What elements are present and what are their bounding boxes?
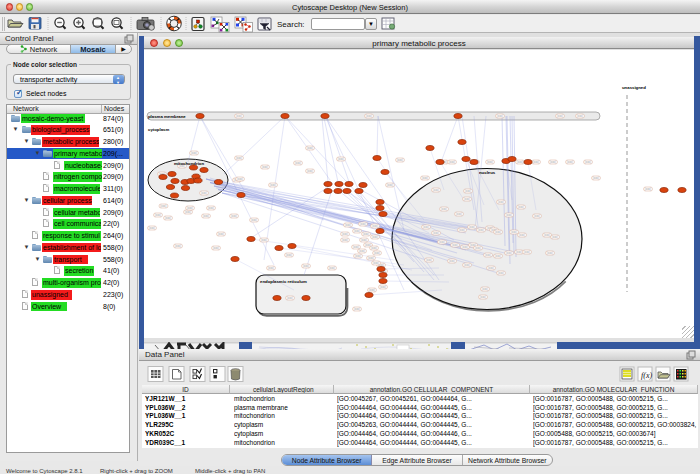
svg-text:(xxx): (xxx) — [452, 243, 458, 247]
svg-text:(xxx): (xxx) — [433, 231, 439, 235]
svg-text:(xxx): (xxx) — [262, 165, 268, 169]
svg-text:(xxx): (xxx) — [236, 156, 242, 160]
svg-text:(xxx): (xxx) — [544, 233, 550, 237]
svg-text:(xxx): (xxx) — [307, 146, 313, 150]
svg-text:(xxx): (xxx) — [261, 238, 267, 242]
svg-text:(xxx): (xxx) — [567, 160, 573, 164]
svg-text:(xxx): (xxx) — [345, 223, 351, 227]
svg-text:(xxx): (xxx) — [374, 251, 380, 255]
svg-text:(xxx): (xxx) — [185, 210, 191, 214]
svg-text:(xxx): (xxx) — [485, 253, 491, 257]
svg-text:(xxx): (xxx) — [422, 176, 428, 180]
svg-text:(xxx): (xxx) — [373, 261, 379, 265]
svg-text:(xxx): (xxx) — [359, 249, 365, 253]
svg-text:nucleus: nucleus — [479, 170, 496, 175]
svg-text:(xxx): (xxx) — [449, 160, 455, 164]
svg-text:(xxx): (xxx) — [456, 212, 462, 216]
svg-text:(xxx): (xxx) — [497, 114, 503, 118]
svg-text:(xxx): (xxx) — [208, 206, 214, 210]
svg-text:(xxx): (xxx) — [533, 160, 539, 164]
svg-text:(xxx): (xxx) — [360, 222, 366, 226]
svg-text:(xxx): (xxx) — [355, 254, 361, 258]
svg-text:(xxx): (xxx) — [465, 189, 471, 193]
svg-text:(xxx): (xxx) — [295, 161, 301, 165]
svg-text:(xxx): (xxx) — [237, 177, 243, 181]
svg-text:(xxx): (xxx) — [506, 251, 512, 255]
svg-text:(xxx): (xxx) — [518, 205, 524, 209]
svg-text:(xxx): (xxx) — [251, 218, 257, 222]
svg-text:(xxx): (xxx) — [342, 238, 348, 242]
svg-text:(xxx): (xxx) — [462, 245, 468, 249]
svg-text:(xxx): (xxx) — [387, 183, 393, 187]
svg-text:(xxx): (xxx) — [342, 232, 348, 236]
svg-text:(xxx): (xxx) — [397, 158, 403, 162]
svg-text:(xxx): (xxx) — [426, 258, 432, 262]
svg-text:(xxx): (xxx) — [338, 157, 344, 161]
svg-text:(xxx): (xxx) — [439, 240, 445, 244]
svg-text:(xxx): (xxx) — [464, 197, 470, 201]
svg-text:(xxx): (xxx) — [480, 295, 486, 299]
svg-text:(xxx): (xxx) — [213, 246, 219, 250]
svg-text:(xxx): (xxx) — [495, 230, 501, 234]
svg-text:(xxx): (xxx) — [423, 225, 429, 229]
svg-text:(xxx): (xxx) — [475, 246, 481, 250]
svg-text:(xxx): (xxx) — [175, 244, 181, 248]
svg-text:(xxx): (xxx) — [372, 235, 378, 239]
svg-text:(xxx): (xxx) — [363, 232, 369, 236]
svg-text:(xxx): (xxx) — [372, 224, 378, 228]
svg-text:(xxx): (xxx) — [366, 114, 372, 118]
svg-text:(xxx): (xxx) — [449, 259, 455, 263]
svg-text:(xxx): (xxx) — [498, 200, 504, 204]
svg-text:cytoplasm: cytoplasm — [148, 127, 169, 132]
svg-text:(xxx): (xxx) — [307, 169, 313, 173]
svg-text:(xxx): (xxx) — [371, 246, 377, 250]
svg-text:(xxx): (xxx) — [380, 285, 386, 289]
svg-text:(xxx): (xxx) — [236, 114, 242, 118]
svg-text:(xxx): (xxx) — [286, 253, 292, 257]
svg-text:(xxx): (xxx) — [329, 266, 335, 270]
svg-text:(xxx): (xxx) — [464, 263, 470, 267]
svg-text:(xxx): (xxx) — [506, 213, 512, 217]
svg-text:(xxx): (xxx) — [231, 214, 237, 218]
svg-text:(xxx): (xxx) — [287, 296, 293, 300]
svg-text:(xxx): (xxx) — [511, 230, 517, 234]
svg-text:(xxx): (xxx) — [165, 216, 171, 220]
svg-text:(xxx): (xxx) — [201, 191, 207, 195]
svg-text:plasma membrane: plasma membrane — [148, 114, 186, 119]
svg-text:(xxx): (xxx) — [524, 250, 530, 254]
svg-text:(xxx): (xxx) — [441, 207, 447, 211]
svg-text:(xxx): (xxx) — [368, 256, 374, 260]
svg-text:(xxx): (xxx) — [478, 228, 484, 232]
svg-text:(xxx): (xxx) — [218, 232, 224, 236]
svg-text:(xxx): (xxx) — [487, 160, 493, 164]
svg-text:(xxx): (xxx) — [519, 233, 525, 237]
svg-text:(xxx): (xxx) — [547, 251, 553, 255]
svg-text:(xxx): (xxx) — [270, 183, 276, 187]
svg-text:(xxx): (xxx) — [459, 228, 465, 232]
svg-text:(xxx): (xxx) — [268, 266, 274, 270]
svg-text:f(x): f(x) — [641, 371, 652, 380]
svg-text:endoplasmic reticulum: endoplasmic reticulum — [260, 279, 307, 284]
svg-text:(xxx): (xxx) — [203, 214, 209, 218]
svg-text:(xxx): (xxx) — [534, 214, 540, 218]
svg-text:(xxx): (xxx) — [577, 114, 583, 118]
svg-text:(xxx): (xxx) — [550, 160, 556, 164]
svg-text:(xxx): (xxx) — [593, 176, 599, 180]
svg-text:(xxx): (xxx) — [354, 307, 360, 311]
svg-text:(xxx): (xxx) — [469, 225, 475, 229]
svg-text:(xxx): (xxx) — [433, 188, 439, 192]
svg-text:(xxx): (xxx) — [488, 266, 494, 270]
svg-text:(xxx): (xxx) — [552, 235, 558, 239]
svg-text:(xxx): (xxx) — [149, 226, 155, 230]
svg-text:(xxx): (xxx) — [585, 160, 591, 164]
svg-text:mitochondrion: mitochondrion — [174, 161, 204, 166]
svg-text:(xxx): (xxx) — [155, 213, 161, 217]
svg-text:(xxx): (xxx) — [495, 254, 501, 258]
svg-text:(xxx): (xxx) — [160, 204, 166, 208]
svg-text:(xxx): (xxx) — [645, 187, 651, 191]
svg-text:(xxx): (xxx) — [557, 114, 563, 118]
svg-text:(xxx): (xxx) — [517, 160, 523, 164]
svg-text:(xxx): (xxx) — [361, 238, 367, 242]
svg-text:(xxx): (xxx) — [369, 288, 375, 292]
svg-text:(xxx): (xxx) — [303, 264, 309, 268]
